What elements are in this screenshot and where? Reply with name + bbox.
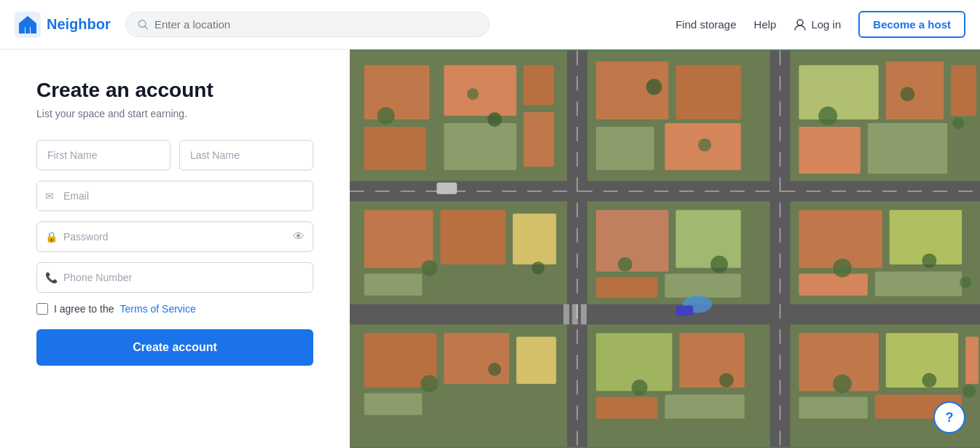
svg-rect-14 — [444, 65, 516, 116]
form-title: Create an account — [36, 79, 313, 102]
email-field-wrapper: ✉ — [36, 181, 313, 211]
svg-rect-80 — [581, 304, 587, 325]
svg-rect-70 — [965, 337, 979, 384]
svg-rect-32 — [868, 123, 947, 174]
terms-checkbox[interactable] — [36, 303, 48, 315]
phone-icon: 📞 — [45, 272, 58, 283]
svg-line-3 — [145, 26, 147, 28]
password-input[interactable] — [36, 221, 313, 252]
right-panel: ? — [350, 50, 980, 448]
svg-rect-44 — [596, 278, 658, 298]
svg-rect-78 — [563, 304, 569, 325]
svg-rect-28 — [799, 65, 878, 119]
header-nav: Find storage Help Log in Become a host — [675, 11, 965, 38]
svg-rect-36 — [364, 210, 433, 268]
create-account-button[interactable]: Create account — [36, 329, 313, 366]
phone-field-wrapper: 📞 — [36, 262, 313, 293]
svg-rect-16 — [444, 123, 516, 170]
svg-rect-1 — [26, 27, 30, 34]
terms-prefix: I agree to the — [54, 303, 114, 315]
svg-rect-38 — [513, 213, 557, 264]
svg-point-33 — [818, 106, 837, 125]
svg-point-54 — [922, 254, 936, 268]
name-row — [36, 140, 313, 170]
svg-rect-18 — [524, 112, 554, 167]
password-field-wrapper: 🔒 👁 — [36, 221, 313, 252]
svg-point-27 — [698, 138, 711, 152]
svg-rect-30 — [951, 65, 976, 116]
svg-point-47 — [618, 257, 632, 272]
main-layout: Create an account List your space and st… — [0, 50, 980, 448]
svg-rect-42 — [596, 210, 668, 272]
svg-point-60 — [420, 375, 438, 393]
first-name-input[interactable] — [36, 140, 170, 170]
left-panel: Create an account List your space and st… — [0, 50, 350, 448]
svg-rect-79 — [572, 304, 578, 325]
svg-rect-51 — [799, 274, 867, 296]
svg-rect-71 — [799, 397, 867, 419]
login-button[interactable]: Log in — [793, 18, 841, 31]
search-bar[interactable] — [125, 12, 490, 37]
svg-rect-13 — [364, 65, 429, 119]
svg-rect-43 — [675, 210, 740, 268]
header: Neighbor Find storage Help Log in Become… — [0, 0, 980, 50]
svg-rect-64 — [596, 397, 658, 419]
terms-of-service-link[interactable]: Terms of Service — [120, 303, 196, 315]
find-storage-link[interactable]: Find storage — [675, 18, 736, 31]
phone-input[interactable] — [36, 262, 313, 293]
svg-point-75 — [963, 385, 976, 398]
email-icon: ✉ — [45, 190, 54, 202]
eye-icon[interactable]: 👁 — [293, 230, 305, 243]
svg-rect-7 — [350, 304, 980, 325]
search-icon — [138, 19, 149, 31]
help-link[interactable]: Help — [754, 18, 777, 31]
terms-row: I agree to the Terms of Service — [36, 303, 313, 315]
svg-rect-77 — [675, 306, 693, 316]
email-input[interactable] — [36, 181, 313, 211]
svg-point-41 — [532, 262, 545, 275]
svg-point-61 — [488, 363, 501, 376]
form-subtitle: List your space and start earning. — [36, 108, 313, 119]
aerial-photo — [350, 50, 980, 448]
svg-point-67 — [719, 373, 734, 388]
lock-icon: 🔒 — [45, 231, 58, 243]
become-host-button[interactable]: Become a host — [858, 11, 965, 38]
svg-rect-65 — [665, 395, 745, 419]
svg-rect-23 — [675, 65, 740, 119]
svg-rect-39 — [364, 274, 423, 296]
help-button[interactable]: ? — [933, 401, 965, 433]
logo-icon — [15, 12, 41, 38]
svg-point-19 — [377, 107, 395, 125]
user-icon — [793, 18, 807, 31]
svg-rect-17 — [524, 65, 554, 105]
svg-point-21 — [467, 88, 479, 100]
svg-rect-58 — [517, 337, 557, 384]
svg-rect-29 — [886, 61, 944, 119]
svg-point-73 — [833, 374, 852, 393]
svg-point-35 — [952, 117, 964, 129]
svg-point-40 — [421, 260, 437, 276]
svg-rect-31 — [799, 127, 861, 174]
location-input[interactable] — [154, 18, 477, 31]
svg-point-34 — [901, 87, 915, 101]
svg-rect-37 — [440, 210, 505, 264]
logo[interactable]: Neighbor — [15, 12, 111, 38]
svg-point-4 — [797, 20, 803, 25]
svg-rect-52 — [875, 272, 962, 296]
svg-rect-15 — [364, 127, 426, 170]
svg-rect-63 — [679, 333, 744, 388]
svg-rect-59 — [364, 393, 423, 415]
svg-point-74 — [922, 373, 936, 388]
svg-point-66 — [632, 380, 648, 396]
svg-rect-69 — [886, 333, 958, 388]
svg-rect-76 — [436, 183, 457, 194]
last-name-input[interactable] — [179, 140, 313, 170]
svg-rect-57 — [444, 333, 509, 384]
svg-point-55 — [960, 277, 971, 288]
svg-rect-24 — [596, 127, 654, 170]
svg-point-26 — [646, 79, 662, 95]
svg-point-48 — [710, 256, 728, 273]
svg-rect-45 — [665, 274, 741, 298]
svg-point-20 — [487, 112, 502, 127]
svg-point-53 — [833, 259, 852, 278]
